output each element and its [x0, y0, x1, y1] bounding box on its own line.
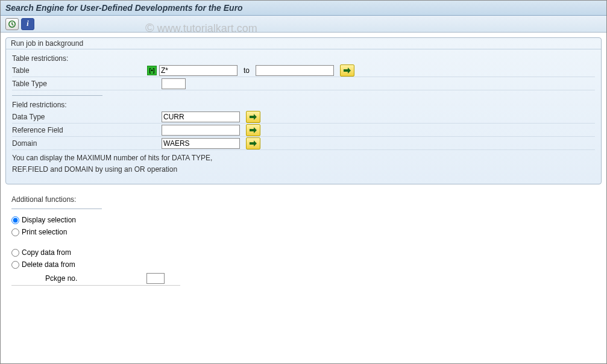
- print-selection-row[interactable]: Print selection: [11, 226, 596, 238]
- data-type-label: Data Type: [12, 113, 145, 121]
- to-label: to: [244, 66, 250, 75]
- copy-data-label: Copy data from: [22, 248, 71, 257]
- delete-data-row[interactable]: Delete data from: [11, 259, 596, 271]
- print-selection-label: Print selection: [22, 228, 67, 236]
- package-row: Pckge no.: [11, 272, 180, 286]
- display-selection-label: Display selection: [22, 216, 76, 224]
- delete-data-radio[interactable]: [11, 261, 19, 269]
- multi-select-button-datatype[interactable]: [246, 111, 260, 123]
- reference-field-input[interactable]: [162, 125, 240, 136]
- select-options-icon[interactable]: [•]: [147, 66, 157, 75]
- copy-data-radio[interactable]: [11, 249, 19, 257]
- divider: [12, 95, 102, 96]
- reference-field-row: Reference Field: [12, 124, 595, 137]
- display-selection-row[interactable]: Display selection: [11, 214, 596, 226]
- table-type-input[interactable]: [162, 78, 186, 89]
- table-row: Table [•] to: [12, 64, 595, 77]
- table-from-input[interactable]: [159, 65, 237, 76]
- background-job-group: Run job in background Table restrictions…: [5, 37, 602, 184]
- table-label: Table: [12, 66, 145, 75]
- delete-data-label: Delete data from: [22, 260, 75, 269]
- table-type-label: Table Type: [12, 80, 145, 88]
- copy-data-row[interactable]: Copy data from: [11, 246, 596, 259]
- info-button[interactable]: i: [21, 18, 34, 30]
- package-input[interactable]: [146, 273, 165, 284]
- data-type-input[interactable]: [162, 111, 240, 122]
- table-type-row: Table Type: [12, 77, 595, 90]
- field-restrictions-heading: Field restrictions:: [12, 101, 595, 109]
- domain-input[interactable]: [162, 138, 240, 149]
- window-title: Search Engine for User-Defined Developme…: [1, 1, 606, 16]
- hint-text: You can display the MAXIMUM number of hi…: [12, 150, 595, 178]
- divider-2: [11, 209, 102, 209]
- table-restrictions-heading: Table restrictions:: [12, 54, 595, 63]
- execute-button[interactable]: [5, 18, 19, 30]
- toolbar: i: [1, 16, 606, 33]
- domain-row: Domain: [12, 137, 595, 150]
- print-selection-radio[interactable]: [11, 228, 19, 236]
- domain-label: Domain: [12, 139, 145, 148]
- package-label: Pckge no.: [45, 274, 142, 283]
- multi-select-button-domain[interactable]: [246, 137, 260, 149]
- group-title: Run job in background: [6, 38, 601, 49]
- reference-field-label: Reference Field: [12, 126, 145, 134]
- table-to-input[interactable]: [256, 65, 334, 76]
- data-type-row: Data Type: [12, 110, 595, 124]
- display-selection-radio[interactable]: [11, 216, 19, 224]
- additional-functions-heading: Additional functions:: [11, 195, 596, 204]
- multi-select-button-table[interactable]: [340, 64, 354, 77]
- multi-select-button-reffield[interactable]: [246, 124, 260, 136]
